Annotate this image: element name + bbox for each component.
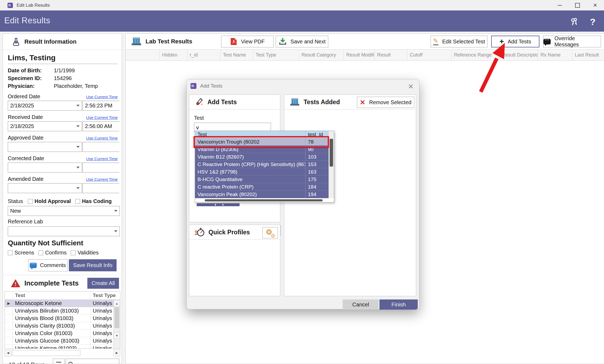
comment-bubble-icon <box>30 263 37 268</box>
table-row[interactable]: Urinalysis Bilirubin (81003) Urinalys <box>5 307 120 315</box>
scroll-up-icon[interactable]: ▲ <box>114 300 120 307</box>
date-select[interactable] <box>8 142 82 152</box>
scrollbar-thumb[interactable] <box>12 350 80 356</box>
maximize-button[interactable] <box>569 0 586 10</box>
column-header[interactable]: Test Type <box>253 50 299 61</box>
column-header[interactable]: Hidden <box>160 50 187 61</box>
column-header[interactable]: Result Modifier <box>344 50 375 61</box>
view-pdf-button[interactable]: View PDF <box>221 36 274 47</box>
save-result-info-button[interactable]: Save Result Info <box>69 259 117 271</box>
divider <box>8 64 118 64</box>
use-current-time-link[interactable]: Use Current Time <box>86 136 118 140</box>
save-and-next-button[interactable]: Save and Next <box>276 36 328 47</box>
dropdown-test-id: 184 <box>305 183 329 190</box>
scrollbar-thumb[interactable] <box>330 139 333 167</box>
edit-selected-test-button[interactable]: ✎ Edit Selected Test <box>431 36 487 47</box>
time-input[interactable] <box>83 163 119 172</box>
dropdown-row[interactable]: HSV 1&2 (87798) 163 <box>195 168 329 176</box>
date-select[interactable]: 2/18/2025 <box>8 101 82 111</box>
date-select[interactable] <box>8 163 82 172</box>
use-current-time-link[interactable]: Use Current Time <box>86 115 118 120</box>
column-header[interactable]: Result <box>375 50 407 61</box>
table-row[interactable]: Urinalysis Ketone (81003) Urinalys <box>5 345 120 349</box>
status-checkboxes: Hold Approval Has Coding <box>28 198 116 204</box>
reference-lab-select[interactable] <box>8 226 120 236</box>
dropdown-row[interactable]: Vancomycin Trough (80202 78 <box>195 138 329 146</box>
use-current-time-link[interactable]: Use Current Time <box>86 177 118 182</box>
search-input[interactable] <box>66 359 119 364</box>
scrollbar-thumb[interactable] <box>205 199 323 201</box>
checkbox[interactable]: Validities <box>71 250 99 256</box>
date-select[interactable] <box>8 183 82 193</box>
status-select[interactable]: New <box>8 206 120 216</box>
checkbox-box[interactable] <box>28 199 33 204</box>
vertical-scrollbar[interactable] <box>329 131 334 198</box>
create-all-button[interactable]: Create All <box>87 278 119 289</box>
time-input[interactable]: 2:56:00 AM <box>83 121 119 131</box>
finish-button[interactable]: Finish <box>379 299 418 310</box>
dropdown-row[interactable]: C reactive Protein (CRP) 184 <box>195 183 329 191</box>
checkbox-box[interactable] <box>71 250 76 255</box>
use-current-time-link[interactable]: Use Current Time <box>86 156 118 161</box>
table-row[interactable]: Urinalysis Blood (81003) Urinalys <box>5 315 120 322</box>
close-button[interactable] <box>586 0 604 10</box>
dropdown-test-id: 78 <box>305 138 329 145</box>
minimize-button[interactable] <box>551 0 569 10</box>
table-row[interactable]: Urinalysis Clarity (81003) Urinalys <box>5 322 120 330</box>
table-row[interactable]: Urinalysis Color (81003) Urinalys <box>5 330 120 337</box>
column-header[interactable]: r_id <box>187 50 221 61</box>
checkbox[interactable]: Confirms <box>38 250 66 256</box>
column-header-test[interactable]: Test <box>13 291 91 299</box>
time-input[interactable] <box>83 183 119 193</box>
status-value: New <box>10 208 21 214</box>
checkbox-box[interactable] <box>75 199 80 204</box>
profiles-settings-button[interactable]: ⚙⚙ <box>262 227 278 238</box>
column-header[interactable]: Result Description <box>499 50 538 61</box>
dropdown-row[interactable]: B-HCG Quantitative 175 <box>195 176 329 183</box>
column-header[interactable]: Rx Name <box>538 50 572 61</box>
dialog-close-icon[interactable]: ✕ <box>407 82 415 91</box>
column-header[interactable]: Last Result <box>572 50 604 61</box>
column-header[interactable] <box>126 50 160 61</box>
column-header-test-type[interactable]: Test Type <box>91 291 120 299</box>
keys-icon[interactable] <box>569 16 579 27</box>
table-row[interactable]: Urinalysis Glucose (81003) Urinalys <box>5 337 120 345</box>
dropdown-row[interactable]: Vancomycin Peak (80202) 194 <box>195 191 329 198</box>
remove-selected-label: Remove Selected <box>369 99 412 106</box>
scroll-left-icon[interactable]: ◀ <box>5 350 12 357</box>
column-header[interactable]: Cutoff <box>407 50 452 61</box>
checkbox-box[interactable] <box>38 250 43 255</box>
column-header[interactable]: Reference Range <box>452 50 499 61</box>
qns-checkboxes: Screens Confirms Validities <box>8 250 119 256</box>
date-select[interactable]: 2/18/2025 <box>8 121 82 131</box>
add-tests-button[interactable]: + Add Tests <box>491 36 539 47</box>
column-header[interactable]: Result Category <box>299 50 344 61</box>
cancel-button[interactable]: Cancel <box>343 299 379 310</box>
pdf-icon <box>230 37 237 46</box>
chevron-down-icon <box>76 146 80 148</box>
checkbox[interactable]: Hold Approval <box>28 198 71 204</box>
remove-selected-button[interactable]: ✕ Remove Selected <box>357 97 414 108</box>
column-header[interactable]: Test Name <box>221 50 253 61</box>
menu-icon[interactable]: ☰ <box>53 359 65 364</box>
comments-button[interactable]: Comments <box>28 259 68 271</box>
table-row[interactable]: Microscopic Ketone Urinalys <box>5 300 120 307</box>
time-input[interactable]: 2:56:23 PM <box>83 101 119 111</box>
scroll-right-icon[interactable]: ▶ <box>113 350 120 357</box>
dropdown-row[interactable]: Vitamin B12 (82607) 103 <box>195 153 329 161</box>
checkbox[interactable]: Screens <box>8 250 34 256</box>
use-current-time-link[interactable]: Use Current Time <box>86 95 118 99</box>
vertical-scrollbar[interactable]: ▲ ▼ <box>113 300 120 348</box>
scroll-down-icon[interactable]: ▼ <box>114 332 120 339</box>
scrollbar-thumb[interactable] <box>114 307 119 328</box>
help-icon[interactable]: ? <box>587 16 598 27</box>
dropdown-row[interactable]: C Reactive Protein (CRP) (High Sensitivi… <box>195 161 329 168</box>
checkbox-box[interactable] <box>8 250 13 255</box>
horizontal-scrollbar[interactable]: ◀ ▶ <box>5 349 120 357</box>
checkbox[interactable]: Has Coding <box>75 198 112 204</box>
override-messages-button[interactable]: Override Messages <box>543 36 601 47</box>
warning-icon <box>11 279 20 287</box>
horizontal-scrollbar[interactable] <box>195 198 334 202</box>
dropdown-row[interactable]: Vitamin D (82306) 90 <box>195 146 329 153</box>
time-input[interactable] <box>83 142 119 152</box>
